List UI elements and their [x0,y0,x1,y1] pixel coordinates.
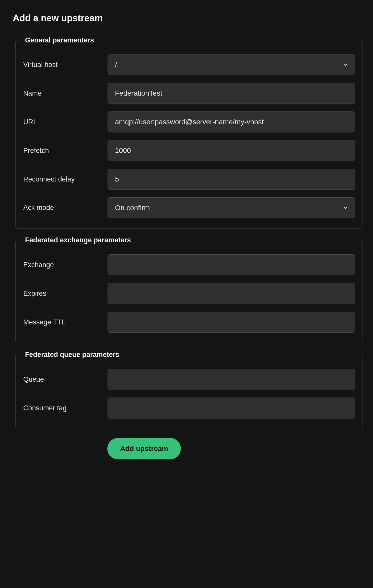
expires-row: Expires [23,283,355,304]
reconnect-delay-input[interactable] [108,169,355,190]
queue-input[interactable] [108,369,355,390]
expires-input[interactable] [108,283,355,304]
prefetch-input[interactable] [108,140,355,161]
submit-spacer [15,438,107,459]
ack-mode-row: Ack mode On confirm [23,197,355,218]
queue-row: Queue [23,369,355,390]
vhost-row: Virtual host / [23,54,355,75]
exchange-label: Exchange [23,261,108,269]
vhost-label: Virtual host [23,61,108,69]
queue-label: Queue [23,376,108,383]
prefetch-row: Prefetch [23,140,355,161]
reconnect-delay-row: Reconnect delay [23,169,355,190]
message-ttl-row: Message TTL [23,312,355,333]
exchange-input[interactable] [108,254,355,275]
federated-queue-legend: Federated queue parameters [22,351,122,359]
uri-row: URI [23,111,355,132]
consumer-tag-label: Consumer tag [23,404,108,412]
uri-label: URI [23,118,108,126]
federated-queue-group: Federated queue parameters Queue Consume… [15,351,363,429]
general-parameters-legend: General paramenters [22,36,97,44]
submit-row: Add upstream [15,438,363,459]
message-ttl-input[interactable] [108,312,355,333]
add-upstream-button[interactable]: Add upstream [107,438,181,459]
general-parameters-group: General paramenters Virtual host / Name … [15,36,363,229]
prefetch-label: Prefetch [23,147,108,155]
vhost-select[interactable]: / [108,54,355,75]
exchange-row: Exchange [23,254,355,275]
name-label: Name [23,89,108,97]
consumer-tag-input[interactable] [108,398,355,419]
uri-input[interactable] [108,111,355,132]
message-ttl-label: Message TTL [23,318,108,326]
expires-label: Expires [23,290,108,298]
page-title: Add a new upstream [10,13,363,24]
ack-mode-select[interactable]: On confirm [108,197,355,218]
federated-exchange-group: Federated exchange parameters Exchange E… [15,236,363,343]
consumer-tag-row: Consumer tag [23,398,355,419]
ack-mode-label: Ack mode [23,204,108,212]
name-row: Name [23,83,355,104]
reconnect-delay-label: Reconnect delay [23,175,108,183]
federated-exchange-legend: Federated exchange parameters [22,236,134,244]
name-input[interactable] [108,83,355,104]
